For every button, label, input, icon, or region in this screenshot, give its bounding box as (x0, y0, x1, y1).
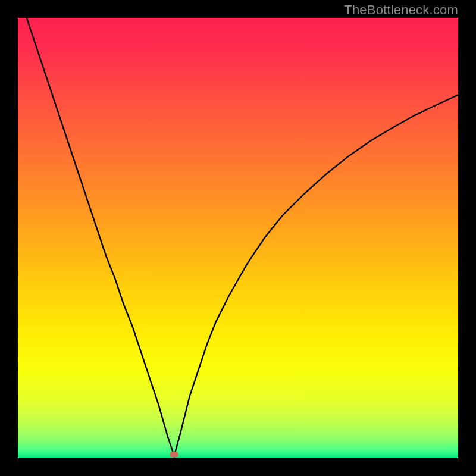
chart-background (18, 18, 458, 458)
watermark-text: TheBottleneck.com (344, 2, 458, 18)
chart-svg (18, 18, 458, 458)
plot-area (18, 18, 458, 458)
chart-frame: TheBottleneck.com (0, 0, 476, 476)
minimum-marker (170, 452, 178, 458)
